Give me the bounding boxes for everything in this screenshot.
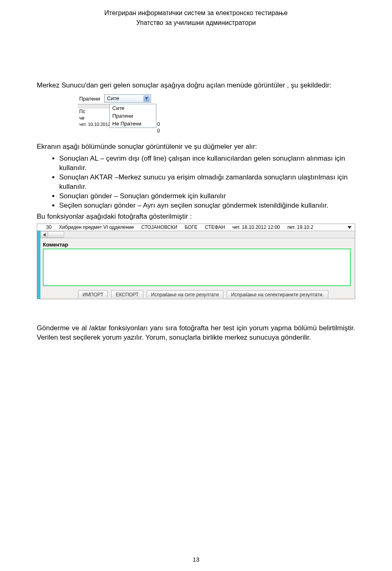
- doc-header: Итегриран информатички систем за електро…: [37, 8, 355, 28]
- dropdown-selected-value: Сите: [107, 96, 119, 101]
- chevron-down-icon: [143, 95, 150, 102]
- scroll-track[interactable]: [64, 231, 355, 238]
- row-lastname: СТОЈАНОВСКИ: [141, 224, 177, 230]
- scroll-thumb[interactable]: [48, 231, 64, 238]
- dropdown-option[interactable]: Сите: [110, 104, 156, 112]
- row-subject: Хибриден предмет VI одделение: [59, 224, 134, 230]
- horizontal-scrollbar[interactable]: [40, 231, 355, 238]
- send-selected-results-button[interactable]: Испраќање на селектираните резултати.: [227, 290, 328, 298]
- import-button[interactable]: ИМПОРТ: [78, 290, 108, 298]
- send-all-results-button[interactable]: Испраќање на сите резултати: [147, 290, 223, 298]
- dropdown-screenshot: Пратени Сите Пс че чет. 10.10.2012 12.0 …: [78, 94, 200, 134]
- bullet-item: Sonuçları AL – çevrim dışı (off line) ça…: [59, 154, 355, 173]
- page-number: 13: [0, 556, 392, 563]
- row-id: 30: [46, 224, 51, 230]
- header-line-2: Упатство за училишни администратори: [37, 18, 355, 28]
- comment-label: Коментар: [43, 242, 355, 248]
- bullet-item: Sonuçları AKTAR –Merkez sunucu ya erişim…: [59, 173, 355, 192]
- row-expand-icon[interactable]: [347, 226, 352, 229]
- dropdown-option[interactable]: Не Пратени: [110, 120, 156, 128]
- paragraph-4: Gönderme ve al /aktar fonksiyonları yanı…: [37, 324, 355, 343]
- bullet-list: Sonuçları AL – çevrim dışı (off line) ça…: [37, 154, 355, 210]
- scroll-left-icon[interactable]: [40, 231, 48, 238]
- clipped-right-column: 0 0: [156, 104, 161, 134]
- header-line-1: Итегриран информатички систем за електро…: [37, 8, 355, 18]
- row-date2: пет. 19.10.2: [287, 224, 314, 230]
- button-row: ИМПОРТ ЕКСПОРТ Испраќање на сите резулта…: [37, 290, 355, 299]
- row-middlename: СТЕФАН: [205, 224, 225, 230]
- paragraph-1: Merkez Sunucu'dan geri gelen sonuçlar aş…: [37, 81, 355, 90]
- dropdown-option[interactable]: Пратени: [110, 112, 156, 120]
- table-row[interactable]: 30 Хибриден предмет VI одделение СТОЈАНО…: [37, 224, 355, 231]
- accent-stripe: [37, 231, 40, 299]
- paragraph-2: Ekranın aşağı bölümünde sonuçlar görüntü…: [37, 142, 355, 152]
- dropdown-label: Пратени: [78, 94, 102, 103]
- bullet-item: Sonuçları gönder – Sonuçları göndermek i…: [59, 192, 355, 201]
- bullet-item: Seçilen sonuçları gönder – Ayrı ayrı seç…: [59, 201, 355, 210]
- clipped-left-column: Пс че чет. 10.10.2012 12.0: [78, 104, 109, 127]
- results-panel-screenshot: 30 Хибриден предмет VI одделение СТОЈАНО…: [37, 224, 355, 299]
- dropdown-options-list[interactable]: Сите Пратени Не Пратени: [109, 104, 156, 128]
- row-date1: чет. 18.10.2012 12:00: [232, 224, 280, 230]
- comment-textarea[interactable]: [43, 249, 351, 286]
- paragraph-3: Bu fonksiyonlar aşağıdaki fotoğrafta gös…: [37, 212, 355, 222]
- export-button[interactable]: ЕКСПОРТ: [111, 290, 143, 298]
- row-firstname: БОГЕ: [185, 224, 198, 230]
- dropdown-combo[interactable]: Сите: [104, 94, 151, 103]
